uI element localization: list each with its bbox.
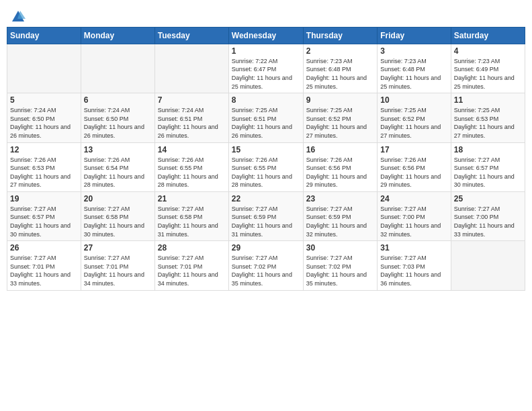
calendar-week-row: 26Sunrise: 7:27 AMSunset: 7:01 PMDayligh… [7, 241, 525, 290]
day-number: 27 [84, 243, 152, 253]
day-number: 2 [306, 46, 374, 56]
calendar-week-row: 5Sunrise: 7:24 AMSunset: 6:50 PMDaylight… [7, 93, 525, 142]
calendar-cell: 26Sunrise: 7:27 AMSunset: 7:01 PMDayligh… [7, 241, 81, 290]
calendar-cell: 9Sunrise: 7:25 AMSunset: 6:52 PMDaylight… [303, 93, 377, 142]
calendar-header-row: SundayMondayTuesdayWednesdayThursdayFrid… [7, 27, 525, 44]
logo [9, 7, 26, 21]
calendar-cell: 18Sunrise: 7:27 AMSunset: 6:57 PMDayligh… [451, 142, 525, 191]
day-info: Sunrise: 7:27 AMSunset: 6:57 PMDaylight:… [454, 156, 522, 189]
calendar-cell: 17Sunrise: 7:26 AMSunset: 6:56 PMDayligh… [378, 142, 451, 191]
day-of-week-header: Friday [378, 27, 451, 44]
day-info: Sunrise: 7:27 AMSunset: 6:59 PMDaylight:… [232, 205, 300, 238]
calendar-cell: 25Sunrise: 7:27 AMSunset: 7:00 PMDayligh… [451, 191, 525, 240]
day-info: Sunrise: 7:24 AMSunset: 6:50 PMDaylight:… [10, 106, 78, 140]
day-number: 19 [10, 194, 78, 203]
calendar-cell: 2Sunrise: 7:23 AMSunset: 6:48 PMDaylight… [303, 44, 377, 93]
day-info: Sunrise: 7:25 AMSunset: 6:51 PMDaylight:… [232, 106, 300, 140]
calendar-cell: 28Sunrise: 7:27 AMSunset: 7:01 PMDayligh… [154, 241, 228, 290]
logo-general [9, 7, 26, 24]
calendar-cell: 13Sunrise: 7:26 AMSunset: 6:54 PMDayligh… [81, 142, 154, 191]
day-number: 21 [158, 194, 226, 203]
day-info: Sunrise: 7:27 AMSunset: 7:01 PMDaylight:… [158, 254, 226, 287]
calendar-cell: 8Sunrise: 7:25 AMSunset: 6:51 PMDaylight… [228, 93, 303, 142]
calendar-cell: 30Sunrise: 7:27 AMSunset: 7:02 PMDayligh… [303, 241, 377, 290]
day-number: 11 [454, 95, 522, 105]
calendar-cell: 7Sunrise: 7:24 AMSunset: 6:51 PMDaylight… [154, 93, 228, 142]
calendar-cell: 4Sunrise: 7:23 AMSunset: 6:49 PMDaylight… [451, 44, 525, 93]
day-number: 24 [380, 194, 447, 203]
calendar-cell: 5Sunrise: 7:24 AMSunset: 6:50 PMDaylight… [7, 93, 81, 142]
day-info: Sunrise: 7:26 AMSunset: 6:55 PMDaylight:… [158, 156, 226, 189]
day-number: 28 [158, 243, 226, 253]
day-info: Sunrise: 7:27 AMSunset: 7:03 PMDaylight:… [380, 254, 447, 287]
day-number: 29 [232, 243, 300, 253]
calendar-cell [451, 241, 525, 290]
day-number: 26 [10, 243, 78, 253]
calendar-week-row: 12Sunrise: 7:26 AMSunset: 6:53 PMDayligh… [7, 142, 525, 191]
calendar-cell: 20Sunrise: 7:27 AMSunset: 6:58 PMDayligh… [81, 191, 154, 240]
calendar-cell: 10Sunrise: 7:25 AMSunset: 6:52 PMDayligh… [378, 93, 451, 142]
day-number: 12 [10, 145, 78, 154]
calendar-cell: 11Sunrise: 7:25 AMSunset: 6:53 PMDayligh… [451, 93, 525, 142]
day-info: Sunrise: 7:27 AMSunset: 6:57 PMDaylight:… [10, 205, 78, 238]
day-number: 30 [306, 243, 374, 253]
calendar-cell: 16Sunrise: 7:26 AMSunset: 6:56 PMDayligh… [303, 142, 377, 191]
page-header [7, 7, 525, 21]
day-number: 6 [84, 95, 152, 105]
day-info: Sunrise: 7:26 AMSunset: 6:56 PMDaylight:… [306, 156, 374, 189]
day-number: 23 [306, 194, 374, 203]
calendar: SundayMondayTuesdayWednesdayThursdayFrid… [7, 27, 525, 291]
day-of-week-header: Monday [81, 27, 154, 44]
day-number: 31 [380, 243, 447, 253]
calendar-cell: 3Sunrise: 7:23 AMSunset: 6:48 PMDaylight… [378, 44, 451, 93]
calendar-cell: 23Sunrise: 7:27 AMSunset: 6:59 PMDayligh… [303, 191, 377, 240]
day-number: 7 [158, 95, 226, 105]
day-of-week-header: Tuesday [154, 27, 228, 44]
day-info: Sunrise: 7:22 AMSunset: 6:47 PMDaylight:… [232, 57, 300, 91]
day-number: 1 [232, 46, 300, 56]
day-info: Sunrise: 7:27 AMSunset: 7:01 PMDaylight:… [10, 254, 78, 287]
day-number: 20 [84, 194, 152, 203]
calendar-cell: 6Sunrise: 7:24 AMSunset: 6:50 PMDaylight… [81, 93, 154, 142]
day-of-week-header: Wednesday [228, 27, 303, 44]
calendar-cell: 24Sunrise: 7:27 AMSunset: 7:00 PMDayligh… [378, 191, 451, 240]
day-number: 25 [454, 194, 522, 203]
day-number: 22 [232, 194, 300, 203]
day-info: Sunrise: 7:26 AMSunset: 6:56 PMDaylight:… [380, 156, 447, 189]
day-of-week-header: Saturday [451, 27, 525, 44]
day-number: 18 [454, 145, 522, 154]
calendar-cell: 27Sunrise: 7:27 AMSunset: 7:01 PMDayligh… [81, 241, 154, 290]
calendar-cell: 29Sunrise: 7:27 AMSunset: 7:02 PMDayligh… [228, 241, 303, 290]
calendar-week-row: 19Sunrise: 7:27 AMSunset: 6:57 PMDayligh… [7, 191, 525, 240]
calendar-cell [81, 44, 154, 93]
calendar-cell [7, 44, 81, 93]
calendar-cell: 31Sunrise: 7:27 AMSunset: 7:03 PMDayligh… [378, 241, 451, 290]
calendar-cell: 19Sunrise: 7:27 AMSunset: 6:57 PMDayligh… [7, 191, 81, 240]
day-of-week-header: Thursday [303, 27, 377, 44]
day-info: Sunrise: 7:27 AMSunset: 6:58 PMDaylight:… [158, 205, 226, 238]
calendar-week-row: 1Sunrise: 7:22 AMSunset: 6:47 PMDaylight… [7, 44, 525, 93]
calendar-cell: 22Sunrise: 7:27 AMSunset: 6:59 PMDayligh… [228, 191, 303, 240]
day-number: 8 [232, 95, 300, 105]
day-number: 4 [454, 46, 522, 56]
day-info: Sunrise: 7:26 AMSunset: 6:53 PMDaylight:… [10, 156, 78, 189]
day-info: Sunrise: 7:26 AMSunset: 6:55 PMDaylight:… [232, 156, 300, 189]
day-info: Sunrise: 7:27 AMSunset: 7:02 PMDaylight:… [306, 254, 374, 287]
day-info: Sunrise: 7:26 AMSunset: 6:54 PMDaylight:… [84, 156, 152, 189]
day-info: Sunrise: 7:23 AMSunset: 6:48 PMDaylight:… [380, 57, 447, 91]
day-info: Sunrise: 7:23 AMSunset: 6:49 PMDaylight:… [454, 57, 522, 91]
day-info: Sunrise: 7:27 AMSunset: 7:00 PMDaylight:… [380, 205, 447, 238]
day-number: 17 [380, 145, 447, 154]
day-info: Sunrise: 7:27 AMSunset: 7:02 PMDaylight:… [232, 254, 300, 287]
day-info: Sunrise: 7:25 AMSunset: 6:52 PMDaylight:… [306, 106, 374, 140]
calendar-cell [154, 44, 228, 93]
calendar-cell: 1Sunrise: 7:22 AMSunset: 6:47 PMDaylight… [228, 44, 303, 93]
day-number: 13 [84, 145, 152, 154]
day-number: 5 [10, 95, 78, 105]
day-info: Sunrise: 7:24 AMSunset: 6:51 PMDaylight:… [158, 106, 226, 140]
day-info: Sunrise: 7:23 AMSunset: 6:48 PMDaylight:… [306, 57, 374, 91]
day-info: Sunrise: 7:27 AMSunset: 6:58 PMDaylight:… [84, 205, 152, 238]
day-info: Sunrise: 7:27 AMSunset: 6:59 PMDaylight:… [306, 205, 374, 238]
day-info: Sunrise: 7:25 AMSunset: 6:53 PMDaylight:… [454, 106, 522, 140]
day-info: Sunrise: 7:27 AMSunset: 7:00 PMDaylight:… [454, 205, 522, 238]
